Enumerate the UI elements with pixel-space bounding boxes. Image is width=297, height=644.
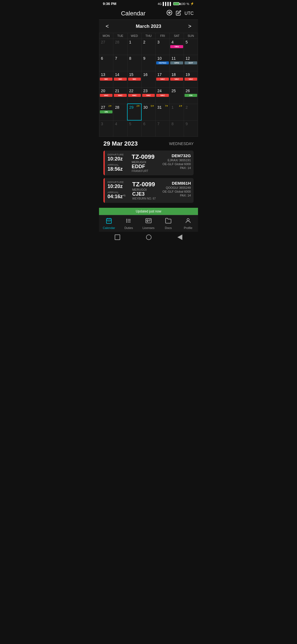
weekday-wed: WED <box>127 33 141 39</box>
day-indicator-4-3: 5✈ <box>150 105 155 107</box>
departure-label-0: DEPARTURE <box>108 153 124 156</box>
day-num-0-0: 27 <box>100 39 106 45</box>
nav-item-licenses[interactable]: Licenses <box>139 215 158 232</box>
event-badge-VAC-3-1: VAC <box>114 94 127 97</box>
calendar-cell-3-2[interactable]: 22VAC <box>127 88 141 104</box>
nav-label-licenses: Licenses <box>142 226 154 230</box>
weekday-sun: SUN <box>184 33 198 39</box>
calendar-cell-4-6[interactable]: 2 <box>184 104 198 120</box>
nav-icon-profile <box>185 217 191 226</box>
flight-booking-0: EJRAX/ 3655191 <box>163 159 191 162</box>
update-bar: Updated just now <box>99 208 198 215</box>
nav-item-docs[interactable]: Docs <box>158 215 178 232</box>
day-num-2-4: 17 <box>156 72 163 77</box>
day-num-5-3: 6 <box>142 121 147 127</box>
day-num-2-1: 14 <box>114 72 120 77</box>
svg-rect-10 <box>110 221 110 222</box>
calendar-cell-1-4[interactable]: 10HOTAC <box>156 55 170 71</box>
calendar-cell-2-6[interactable]: 19VAC <box>184 71 198 88</box>
nav-item-calendar[interactable]: Calendar <box>99 215 119 232</box>
calendar-cell-0-2[interactable]: 1 <box>127 39 141 55</box>
calendar-cell-5-5[interactable]: 8 <box>170 120 184 137</box>
day-num-4-1: 28 <box>114 105 120 110</box>
calendar-cell-1-0[interactable]: 6 <box>99 55 113 71</box>
filter-icon[interactable] <box>166 10 172 17</box>
day-num-4-3: 30 <box>142 105 149 110</box>
calendar-cell-3-1[interactable]: 21VAC <box>113 88 127 104</box>
calendar-cell-0-0[interactable]: 27 <box>99 39 113 55</box>
calendar-cell-5-1[interactable]: 4 <box>113 120 127 137</box>
event-badge-VAC-3-2: VAC <box>128 94 141 97</box>
calendar-cell-2-3[interactable]: 16 <box>141 71 155 88</box>
weekday-thu: THU <box>141 33 155 39</box>
calendar-cell-3-5[interactable]: 25 <box>170 88 184 104</box>
calendar-cell-4-3[interactable]: 305✈ <box>141 104 155 120</box>
calendar-cell-5-6[interactable]: 9 <box>184 120 198 137</box>
nav-label-duties: Duties <box>124 226 133 230</box>
calendar-cell-2-5[interactable]: 18VAC <box>170 71 184 88</box>
calendar-cell-4-0[interactable]: 272✈ON <box>99 104 113 120</box>
flight-booking-1: QOOGU/ 3655249 <box>163 186 191 189</box>
calendar-cell-0-5[interactable]: 4TRV <box>170 39 184 55</box>
nav-icon-calendar <box>106 217 112 226</box>
day-num-0-5: 4 <box>170 39 175 45</box>
sys-square-button[interactable] <box>115 234 120 240</box>
calendar-cell-5-2[interactable]: 5 <box>127 120 141 137</box>
day-num-4-5: 1 <box>170 105 175 110</box>
calendar-cell-3-4[interactable]: 24VAC <box>156 88 170 104</box>
calendar-row-1: 678910HOTAC11OFD12EXT <box>99 55 198 71</box>
arrival-time-0: 18:56z <box>108 166 124 172</box>
flight-card-0[interactable]: DEPARTURE 10:20z ARRIVAL 18:56z TZ-0099 … <box>103 151 194 175</box>
day-num-1-1: 7 <box>114 56 118 61</box>
calendar-cell-1-1[interactable]: 7 <box>113 55 127 71</box>
svg-point-24 <box>187 219 189 221</box>
calendar-cell-0-3[interactable]: 2 <box>141 39 155 55</box>
calendar-cell-0-4[interactable]: 3 <box>156 39 170 55</box>
calendar-cell-4-1[interactable]: 28 <box>113 104 127 120</box>
day-detail-date: 29 Mar 2023 <box>103 140 138 147</box>
nav-icon-duties <box>125 217 132 226</box>
calendar-cell-3-6[interactable]: 26ON <box>184 88 198 104</box>
calendar-cell-1-2[interactable]: 8 <box>127 55 141 71</box>
calendar-cell-2-0[interactable]: 13SIC <box>99 71 113 88</box>
flight-origin-1: MERUGOI <box>132 188 156 191</box>
calendar-weekdays-row: MON TUE WED THU FRI SAT SUN <box>99 33 198 39</box>
edit-icon[interactable] <box>176 10 181 17</box>
calendar-cell-1-3[interactable]: 9 <box>141 55 155 71</box>
day-num-4-0: 27 <box>100 105 106 110</box>
sys-back-button[interactable] <box>177 234 182 240</box>
bottom-nav: Calendar Duties Licenses Docs Profile <box>99 215 198 232</box>
day-indicator-4-0: 2✈ <box>108 105 112 107</box>
calendar-cell-1-5[interactable]: 11OFD <box>170 55 184 71</box>
svg-rect-8 <box>108 221 108 222</box>
calendar-cell-1-6[interactable]: 12EXT <box>184 55 198 71</box>
calendar-cell-2-4[interactable]: 17VAC <box>156 71 170 88</box>
calendar-cell-0-6[interactable]: 5 <box>184 39 198 55</box>
day-detail: 29 Mar 2023 WEDNESDAY DEPARTURE 10:20z A… <box>99 137 198 208</box>
flight-dest-0: EDDF <box>132 164 155 170</box>
nav-item-duties[interactable]: Duties <box>119 215 139 232</box>
calendar-cell-4-4[interactable]: 317✈ <box>156 104 170 120</box>
calendar-cell-0-1[interactable]: 28 <box>113 39 127 55</box>
next-month-button[interactable]: > <box>186 22 194 31</box>
event-badge-VAC-3-4: VAC <box>156 94 169 97</box>
calendar-cell-5-4[interactable]: 7 <box>156 120 170 137</box>
calendar-cell-5-0[interactable]: 3 <box>99 120 113 137</box>
calendar-cell-2-2[interactable]: 15SIC <box>127 71 141 88</box>
calendar-cell-3-3[interactable]: 23VAC <box>141 88 155 104</box>
sys-home-button[interactable] <box>146 234 152 240</box>
nav-icon-docs <box>165 217 172 226</box>
calendar-cell-4-2[interactable]: 292✈ <box>127 104 141 120</box>
prev-month-button[interactable]: < <box>103 22 111 31</box>
calendar-cell-2-1[interactable]: 14SIC <box>113 71 127 88</box>
calendar-cell-3-0[interactable]: 20VAC <box>99 88 113 104</box>
event-badge-SIC-2-0: SIC <box>100 78 112 81</box>
event-badge-ON-3-6: ON <box>185 94 197 97</box>
event-badge-EXT-1-6: EXT <box>185 61 197 64</box>
calendar-cell-4-5[interactable]: 14✈ <box>170 104 184 120</box>
calendar-cell-5-3[interactable]: 6 <box>141 120 155 137</box>
svg-rect-9 <box>109 221 109 222</box>
nav-item-profile[interactable]: Profile <box>178 215 198 232</box>
flight-card-1[interactable]: DEPARTURE 10:20z ARRIVAL 04:16z+1 TZ-009… <box>103 178 194 203</box>
event-badge-VAC-3-3: VAC <box>142 94 155 97</box>
